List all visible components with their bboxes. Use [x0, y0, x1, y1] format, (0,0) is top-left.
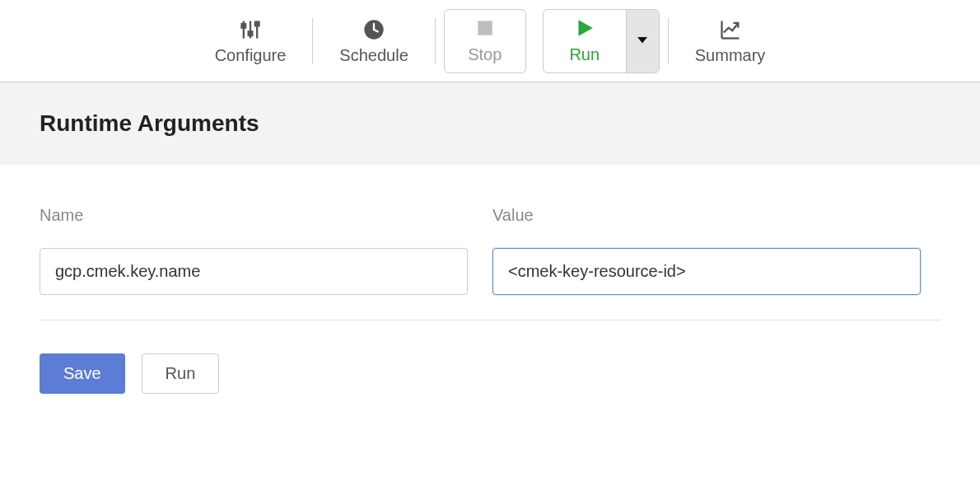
run-label: Run [569, 45, 600, 64]
run-action-button[interactable]: Run [142, 353, 220, 394]
runtime-arguments-pane: Name Value Save Run [0, 165, 980, 394]
svg-rect-4 [249, 31, 253, 35]
section-title: Runtime Arguments [0, 82, 980, 165]
toolbar-divider [435, 18, 436, 64]
summary-button[interactable]: Summary [669, 8, 792, 74]
schedule-button[interactable]: Schedule [313, 8, 434, 74]
svg-rect-9 [478, 21, 492, 35]
summary-label: Summary [695, 46, 766, 65]
arg-name-field: Name [40, 206, 468, 295]
save-button[interactable]: Save [40, 353, 125, 394]
chevron-down-icon [635, 32, 650, 50]
stop-label: Stop [468, 45, 502, 64]
svg-marker-10 [578, 20, 592, 36]
name-column-header: Name [40, 206, 468, 225]
value-column-header: Value [492, 206, 921, 225]
sliders-icon [239, 16, 262, 43]
configure-button[interactable]: Configure [189, 8, 313, 74]
arg-row: Name Value [40, 206, 940, 320]
clock-icon [362, 16, 385, 43]
svg-rect-3 [242, 24, 246, 28]
chart-line-icon [718, 16, 743, 43]
play-icon [574, 17, 595, 42]
svg-rect-5 [255, 22, 259, 26]
top-toolbar: Configure Schedule Stop R [0, 0, 980, 82]
run-dropdown-toggle[interactable] [626, 10, 659, 72]
stop-icon [474, 17, 496, 42]
stop-button[interactable]: Stop [444, 9, 526, 73]
action-bar: Save Run [40, 353, 940, 394]
svg-marker-11 [637, 37, 647, 44]
arg-name-input[interactable] [40, 248, 468, 295]
arg-value-input[interactable] [492, 248, 921, 295]
schedule-label: Schedule [339, 46, 408, 65]
arg-value-field: Value [492, 206, 921, 295]
run-button[interactable]: Run [544, 10, 626, 72]
configure-label: Configure [215, 46, 287, 65]
run-split-button: Run [543, 9, 660, 73]
